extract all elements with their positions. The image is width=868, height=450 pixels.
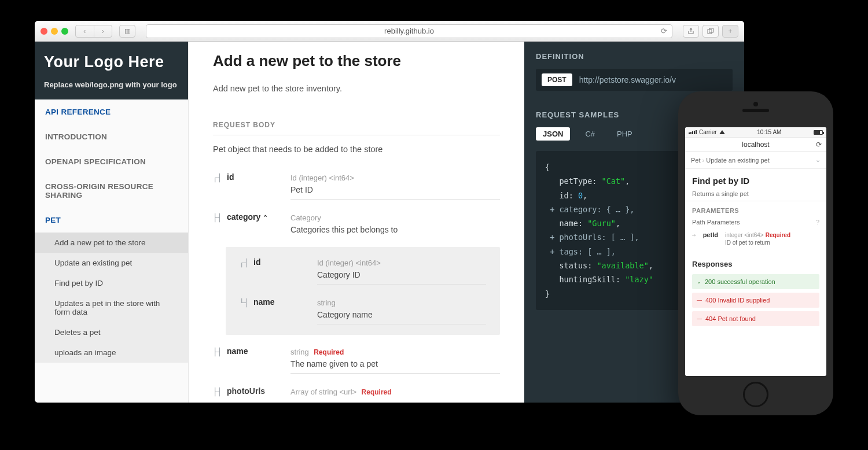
field-desc: The name given to a pet	[290, 359, 500, 368]
logo-sub: Replace web/logo.png with your logo	[44, 80, 179, 89]
sidebar-item-find-pet[interactable]: Find pet by ID	[35, 273, 188, 293]
tab-json[interactable]: JSON	[536, 127, 570, 141]
tab-csharp[interactable]: C#	[578, 127, 602, 141]
sidebar: Your Logo Here Replace web/logo.png with…	[35, 42, 189, 403]
required-badge: Required	[314, 348, 344, 356]
address-bar[interactable]: rebilly.github.io ⟳	[146, 24, 672, 38]
field-photourls: ├┤ photoUrls Array of string <url> Requi…	[213, 386, 500, 397]
param-type: integer <int64>	[725, 232, 764, 238]
page-lead: Add new pet to the store inventory.	[213, 84, 500, 93]
page-title: Add a new pet to the store	[213, 52, 500, 70]
carrier-label: Carrier	[699, 129, 717, 135]
field-category[interactable]: ├┤ category ⌃ Category Categories this p…	[213, 212, 500, 234]
phone-speaker-icon	[742, 109, 769, 112]
responses-heading: Responses	[692, 260, 819, 268]
tree-icon: └┤	[240, 297, 253, 307]
definition-row: POST http://petstore.swagger.io/v	[536, 69, 733, 91]
zoom-icon[interactable]	[61, 28, 68, 35]
new-tab-icon[interactable]: ＋	[722, 25, 738, 38]
share-icon[interactable]	[683, 25, 699, 38]
definition-heading: DEFINITION	[536, 52, 733, 61]
param-name: petId	[703, 231, 718, 238]
reload-icon[interactable]: ⟳	[661, 27, 667, 35]
response-400[interactable]: — 400 Invalid ID supplied	[692, 293, 819, 308]
field-name: name	[227, 346, 290, 356]
close-icon[interactable]	[41, 28, 47, 35]
path-params-label: Path Parameters	[692, 219, 740, 226]
signal-icon	[689, 130, 697, 134]
sidebar-openapi-spec[interactable]: OPENAPI SPECIFICATION	[35, 149, 188, 174]
dash-icon: —	[697, 316, 702, 322]
back-icon[interactable]: ‹	[76, 25, 94, 37]
sidebar-item-update-form[interactable]: Updates a pet in the store with form dat…	[35, 293, 188, 322]
phone-mockup: Carrier 10:15 AM localhost ⟳ Pet › Updat…	[678, 91, 833, 415]
wifi-icon	[719, 130, 725, 134]
field-category-id: ┌┤ id Id (integer) <int64> Category ID	[240, 257, 486, 285]
breadcrumb[interactable]: Pet › Update an existing pet ⌄	[685, 152, 826, 169]
reload-icon[interactable]: ⟳	[816, 141, 822, 149]
chevron-down-icon: ⌄	[697, 279, 701, 285]
param-petid: → petId integer <int64> Required ID of p…	[692, 231, 819, 246]
params-heading: PARAMETERS	[692, 207, 819, 214]
browser-toolbar: ‹ › ▥ rebilly.github.io ⟳ ＋	[35, 21, 744, 42]
phone-home-icon	[743, 382, 768, 407]
sidebar-item-upload-img[interactable]: uploads an image	[35, 342, 188, 363]
sidebar-api-reference[interactable]: API REFERENCE	[35, 99, 188, 124]
field-desc: Category name	[317, 310, 486, 319]
field-name: id	[253, 257, 317, 267]
tree-icon: ├┤	[213, 346, 227, 356]
clock: 10:15 AM	[757, 129, 781, 135]
chevron-down-icon: ⌄	[815, 156, 821, 164]
field-desc: Category ID	[317, 270, 486, 279]
request-body-heading: REQUEST BODY	[213, 121, 500, 129]
field-type: Category	[290, 213, 321, 222]
field-pet-name: ├┤ name string Required The name given t…	[213, 346, 500, 374]
svg-rect-0	[708, 29, 712, 34]
minimize-icon[interactable]	[51, 28, 58, 35]
field-name: category ⌃	[227, 212, 290, 222]
tabs-icon[interactable]	[703, 25, 719, 38]
field-name: name	[253, 297, 317, 307]
nav-back-forward: ‹ ›	[75, 25, 112, 38]
divider	[213, 135, 500, 135]
field-type: Id (integer) <int64>	[317, 259, 381, 267]
field-name: photoUrls	[227, 386, 290, 396]
endpoint-url: http://petstore.swagger.io/v	[579, 75, 676, 84]
field-desc: Categories this pet belongs to	[290, 225, 500, 234]
sidebar-pet[interactable]: PET	[35, 208, 188, 233]
field-name: id	[227, 172, 290, 182]
field-desc: Pet ID	[290, 185, 500, 194]
doc-column: Add a new pet to the store Add new pet t…	[189, 42, 524, 403]
sidebar-item-add-pet[interactable]: Add a new pet to the store	[35, 233, 188, 253]
response-200[interactable]: ⌄ 200 successful operation	[692, 274, 819, 289]
dash-icon: —	[697, 297, 702, 303]
request-body-desc: Pet object that needs to be added to the…	[213, 145, 500, 154]
sidebar-pet-children: Add a new pet to the store Update an exi…	[35, 233, 188, 363]
sidebar-introduction[interactable]: INTRODUCTION	[35, 124, 188, 149]
forward-icon[interactable]: ›	[94, 25, 112, 37]
required-badge: Required	[362, 388, 392, 396]
sidebar-item-delete-pet[interactable]: Deletes a pet	[35, 322, 188, 342]
logo-block: Your Logo Here Replace web/logo.png with…	[35, 42, 188, 99]
field-category-name: └┤ name string Category name	[240, 297, 486, 324]
tree-icon: ├┤	[213, 386, 227, 396]
status-bar: Carrier 10:15 AM	[685, 127, 826, 138]
tab-php[interactable]: PHP	[610, 127, 639, 141]
phone-screen: Carrier 10:15 AM localhost ⟳ Pet › Updat…	[685, 127, 826, 376]
help-icon[interactable]: ?	[816, 219, 819, 226]
logo: Your Logo Here	[44, 53, 179, 71]
tree-icon: ┌┤	[213, 172, 227, 182]
sidebar-toggle-icon[interactable]: ▥	[119, 25, 135, 38]
method-badge: POST	[542, 73, 572, 86]
address-text: rebilly.github.io	[384, 27, 434, 35]
field-id: ┌┤ id Id (integer) <int64> Pet ID	[213, 172, 500, 200]
response-404[interactable]: — 404 Pet not found	[692, 311, 819, 326]
sidebar-cors[interactable]: CROSS-ORIGIN RESOURCE SHARING	[35, 174, 188, 208]
field-type: string	[317, 298, 336, 307]
phone-title: Find pet by ID	[692, 176, 819, 186]
sidebar-item-update-pet[interactable]: Update an existing pet	[35, 253, 188, 273]
svg-rect-1	[709, 28, 713, 32]
field-type: Array of string <url>	[290, 388, 356, 396]
phone-nav: localhost ⟳	[685, 138, 826, 152]
nested-category: ┌┤ id Id (integer) <int64> Category ID └…	[226, 247, 500, 335]
